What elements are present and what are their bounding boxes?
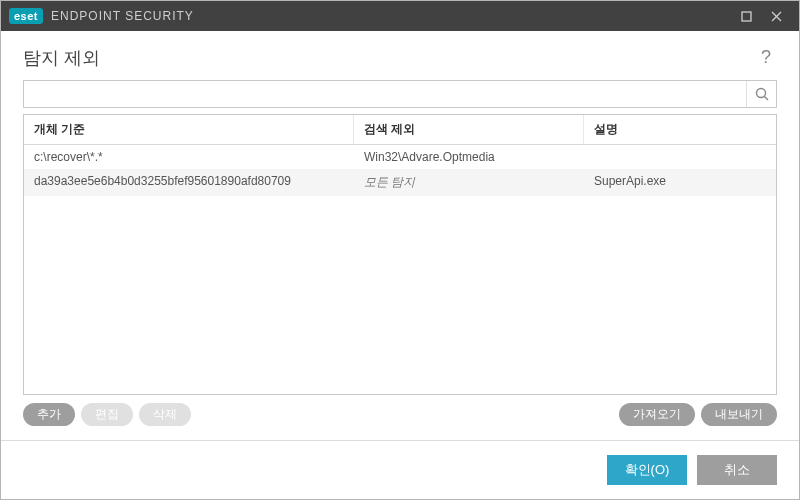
exclusions-table: 개체 기준 검색 제외 설명 c:\recover\*.*Win32\Advar… <box>23 114 777 395</box>
search-input[interactable] <box>24 81 746 107</box>
svg-point-3 <box>756 89 765 98</box>
brand-badge: eset <box>9 8 43 24</box>
search-bar <box>23 80 777 108</box>
cancel-button[interactable]: 취소 <box>697 455 777 485</box>
export-button[interactable]: 내보내기 <box>701 403 777 426</box>
product-name: ENDPOINT SECURITY <box>51 9 194 23</box>
edit-button[interactable]: 편집 <box>81 403 133 426</box>
table-row[interactable]: da39a3ee5e6b4b0d3255bfef95601890afd80709… <box>24 169 776 196</box>
import-button[interactable]: 가져오기 <box>619 403 695 426</box>
cell-detection: Win32\Advare.Optmedia <box>354 145 584 169</box>
dialog-header: 탐지 제외 ? <box>1 31 799 80</box>
close-icon <box>771 11 782 22</box>
search-icon <box>755 87 769 101</box>
cell-comment: SuperApi.exe <box>584 169 776 196</box>
column-comment[interactable]: 설명 <box>584 115 776 144</box>
cell-detection: 모든 탐지 <box>354 169 584 196</box>
cell-criteria: c:\recover\*.* <box>24 145 354 169</box>
delete-button[interactable]: 삭제 <box>139 403 191 426</box>
dialog-window: eset ENDPOINT SECURITY 탐지 제외 ? 개체 기준 검색 … <box>0 0 800 500</box>
square-icon <box>741 11 752 22</box>
table-header: 개체 기준 검색 제외 설명 <box>24 115 776 145</box>
add-button[interactable]: 추가 <box>23 403 75 426</box>
page-title: 탐지 제외 <box>23 46 100 70</box>
column-detection[interactable]: 검색 제외 <box>354 115 584 144</box>
table-toolbar: 추가 편집 삭제 가져오기 내보내기 <box>23 395 777 440</box>
maximize-button[interactable] <box>731 1 761 31</box>
table-row[interactable]: c:\recover\*.*Win32\Advare.Optmedia <box>24 145 776 169</box>
table-body: c:\recover\*.*Win32\Advare.Optmediada39a… <box>24 145 776 394</box>
column-criteria[interactable]: 개체 기준 <box>24 115 354 144</box>
dialog-content: 개체 기준 검색 제외 설명 c:\recover\*.*Win32\Advar… <box>1 80 799 440</box>
close-button[interactable] <box>761 1 791 31</box>
titlebar: eset ENDPOINT SECURITY <box>1 1 799 31</box>
svg-line-4 <box>764 97 768 101</box>
search-button[interactable] <box>746 81 776 107</box>
dialog-footer: 확인(O) 취소 <box>1 440 799 499</box>
cell-criteria: da39a3ee5e6b4b0d3255bfef95601890afd80709 <box>24 169 354 196</box>
cell-comment <box>584 145 776 169</box>
svg-rect-0 <box>742 12 751 21</box>
ok-button[interactable]: 확인(O) <box>607 455 687 485</box>
help-button[interactable]: ? <box>755 45 777 70</box>
